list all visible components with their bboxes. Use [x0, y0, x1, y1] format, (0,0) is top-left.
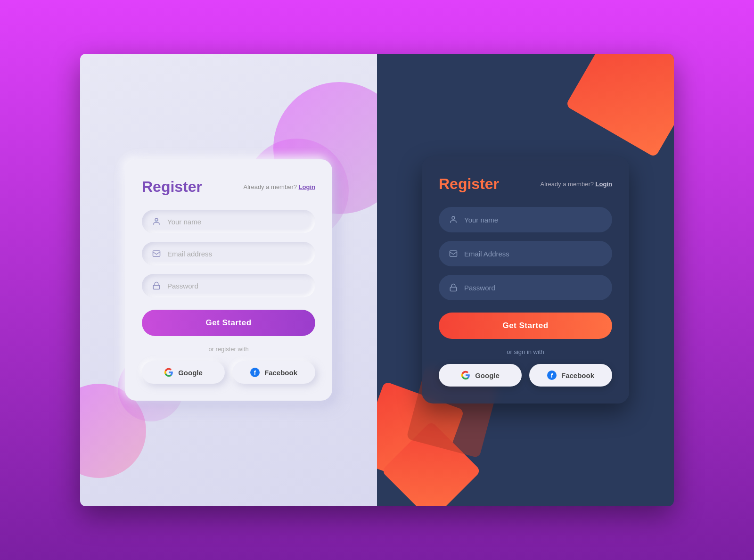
- left-already-member: Already a member? Login: [244, 183, 315, 190]
- left-facebook-button[interactable]: f Facebook: [232, 361, 315, 384]
- svg-rect-1: [153, 251, 160, 256]
- right-panel: Register Already a member? Login: [377, 54, 674, 506]
- right-email-input[interactable]: [464, 250, 603, 258]
- right-lock-icon: [448, 282, 459, 293]
- right-google-label: Google: [475, 371, 500, 379]
- right-password-input[interactable]: [464, 284, 603, 292]
- left-password-field[interactable]: [142, 274, 315, 297]
- email-icon: [151, 248, 162, 259]
- left-google-button[interactable]: Google: [142, 361, 225, 384]
- left-panel: Register Already a member? Login: [80, 54, 377, 506]
- right-name-field[interactable]: [439, 207, 612, 232]
- svg-rect-4: [450, 251, 457, 256]
- right-social-buttons: Google f Facebook: [439, 364, 612, 387]
- left-password-group: [142, 274, 315, 297]
- left-name-field[interactable]: [142, 210, 315, 233]
- left-get-started-button[interactable]: Get Started: [142, 310, 315, 336]
- right-password-field[interactable]: [439, 275, 612, 300]
- facebook-icon: f: [250, 368, 260, 377]
- right-login-link[interactable]: Login: [596, 181, 612, 188]
- left-card-header: Register Already a member? Login: [142, 178, 315, 196]
- right-register-card: Register Already a member? Login: [422, 156, 629, 404]
- left-login-link[interactable]: Login: [299, 183, 315, 190]
- right-name-input[interactable]: [464, 216, 603, 224]
- left-email-group: [142, 242, 315, 265]
- right-card-header: Register Already a member? Login: [439, 175, 612, 193]
- right-email-field[interactable]: [439, 241, 612, 266]
- left-email-field[interactable]: [142, 242, 315, 265]
- red-shape-1: [566, 54, 674, 157]
- right-or-text: or sign in with: [439, 348, 612, 355]
- right-get-started-button[interactable]: Get Started: [439, 313, 612, 339]
- right-user-icon: [448, 214, 459, 225]
- svg-rect-2: [153, 285, 160, 289]
- svg-point-3: [452, 216, 455, 219]
- left-register-title: Register: [142, 178, 202, 196]
- left-register-card: Register Already a member? Login: [125, 159, 332, 401]
- lock-icon: [151, 280, 162, 291]
- right-facebook-label: Facebook: [561, 371, 594, 379]
- main-wrapper: Register Already a member? Login: [80, 54, 674, 506]
- google-icon: [164, 368, 173, 377]
- left-password-input[interactable]: [167, 282, 306, 290]
- right-facebook-icon: f: [547, 371, 557, 380]
- right-google-button[interactable]: Google: [439, 364, 522, 387]
- left-google-label: Google: [178, 369, 203, 377]
- left-or-text: or register with: [142, 346, 315, 353]
- svg-rect-5: [450, 287, 457, 291]
- right-google-icon: [461, 371, 470, 380]
- right-facebook-button[interactable]: f Facebook: [529, 364, 612, 387]
- left-email-input[interactable]: [167, 250, 306, 258]
- left-name-group: [142, 210, 315, 233]
- right-email-icon: [448, 248, 459, 259]
- left-social-buttons: Google f Facebook: [142, 361, 315, 384]
- left-name-input[interactable]: [167, 218, 306, 226]
- right-register-title: Register: [439, 175, 499, 193]
- user-icon: [151, 216, 162, 227]
- right-already-member: Already a member? Login: [541, 181, 612, 188]
- left-facebook-label: Facebook: [264, 369, 297, 377]
